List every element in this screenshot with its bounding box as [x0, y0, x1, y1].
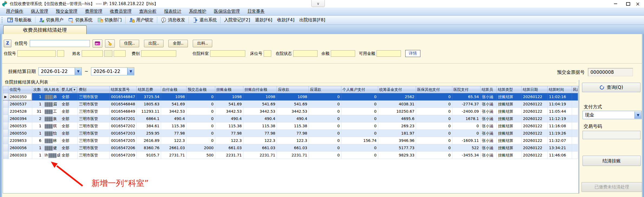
card-reader-button[interactable]: [93, 39, 102, 48]
close-button[interactable]: ×: [632, 0, 644, 8]
menu-item[interactable]: 预交金管理: [52, 9, 81, 14]
menu-item[interactable]: 医保综合管理: [210, 9, 244, 14]
bed-no-field[interactable]: [264, 50, 271, 57]
tab-cashier-settlement[interactable]: 收费员挂账结清处理: [3, 25, 87, 34]
column-header[interactable]: 费别: [78, 86, 110, 93]
column-header[interactable]: 统筹基金支付: [378, 86, 416, 93]
admission-no-input[interactable]: [30, 40, 90, 47]
cell: [572, 130, 578, 137]
minimize-button[interactable]: [610, 0, 622, 8]
table-row[interactable]: 26003942泉全部三明市医管00165472016864.1490.4049…: [3, 115, 578, 122]
table-row[interactable]: 26005371眉全部三明市医管00165468481805.63541.690…: [3, 101, 578, 108]
column-header[interactable]: 病人姓名: [43, 86, 60, 93]
row-selector[interactable]: [3, 152, 8, 159]
column-header[interactable]: 次数: [32, 86, 43, 93]
row-selector[interactable]: [3, 137, 8, 144]
table-row[interactable]: 22098536林全部三明市医管00165472052616.89122.301…: [3, 137, 578, 144]
row-selector[interactable]: [3, 144, 8, 152]
menu-item[interactable]: 日常事务: [244, 9, 269, 14]
balance-field[interactable]: [331, 50, 355, 57]
menu-item[interactable]: 查询分析: [135, 9, 160, 14]
column-header[interactable]: 婴儿姓▼: [60, 86, 78, 93]
name-small-field-2[interactable]: [114, 50, 126, 57]
toolbar-item[interactable]: 导航面板: [5, 16, 34, 24]
row-selector[interactable]: [3, 130, 8, 137]
chevron-down-icon[interactable]: ▼: [75, 68, 81, 75]
menu-item[interactable]: 病人管理: [27, 9, 52, 14]
out-dept-filter-button[interactable]: 出科..: [193, 40, 212, 47]
clear-button[interactable]: [105, 39, 115, 48]
query-button[interactable]: 查询(Q): [582, 83, 640, 92]
inpatient-filter-button[interactable]: 住院..: [120, 40, 139, 47]
toolbar-item[interactable]: 切换部门: [95, 16, 124, 24]
column-header[interactable]: 住院号: [8, 86, 32, 93]
toolbar-item[interactable]: 切换系统: [66, 16, 95, 24]
z-button[interactable]: Z: [4, 40, 11, 47]
menu-item[interactable]: 报表统计: [160, 9, 185, 14]
name-small-field-1[interactable]: [104, 50, 112, 57]
column-header[interactable]: 应收款: [277, 86, 309, 93]
chevron-down-icon[interactable]: ▼: [127, 68, 134, 75]
toolbar-item[interactable]: 退款[F6]: [253, 16, 275, 24]
column-header[interactable]: 民政: [572, 86, 578, 93]
column-header[interactable]: 结算员: [480, 86, 497, 93]
cell: 4038.31: [378, 101, 416, 108]
cell: 弟: [43, 93, 60, 101]
column-header[interactable]: 结算发票号: [110, 86, 137, 93]
toolbar-item[interactable]: 入院登记[F2]: [222, 16, 253, 24]
settle-account-button[interactable]: 结清挂账: [583, 156, 641, 166]
available-amount-field[interactable]: [377, 50, 401, 57]
paid-unsettled-button[interactable]: 已缴费未结清处理: [581, 182, 642, 192]
column-header[interactable]: 应退款: [309, 86, 341, 93]
column-header[interactable]: 挂账金额: [215, 86, 243, 93]
toolbar-item[interactable]: 出院结算[F8]: [297, 16, 328, 24]
toolbar-item[interactable]: 收款[F4]: [275, 16, 297, 24]
fee-type-field[interactable]: [141, 50, 176, 57]
row-selector[interactable]: [3, 108, 8, 115]
column-header[interactable]: 自付金额: [161, 86, 187, 93]
date-to-combo[interactable]: 2026-01-22 ▼: [91, 67, 134, 75]
column-header[interactable]: 预交总金额: [187, 86, 215, 93]
all-filter-button[interactable]: 全部..: [168, 40, 188, 47]
name-field[interactable]: [82, 50, 103, 57]
table-row[interactable]: 26005501怡全部三明市医管0016547203259.9577.98077…: [3, 130, 578, 137]
row-selector[interactable]: [3, 101, 8, 108]
column-header[interactable]: 结算时间: [548, 86, 572, 93]
chevron-down-icon[interactable]: ▼: [635, 112, 641, 119]
menu-item[interactable]: 用户操作: [2, 9, 27, 14]
column-filter-dropdown-icon[interactable]: ▼: [72, 87, 77, 92]
row-selector[interactable]: [3, 122, 8, 130]
column-header[interactable]: [3, 86, 8, 93]
toolbar-item[interactable]: i消息收发: [158, 16, 188, 24]
dept-field[interactable]: [210, 50, 245, 57]
cell: 全部: [60, 115, 78, 122]
table-row[interactable]: 26005351琪全部三明市医管0016547202384.61115.3801…: [3, 122, 578, 130]
column-header[interactable]: 结算日期: [522, 86, 548, 93]
table-row[interactable]: 220452831工全部三明市医管001654684911293.113442.…: [3, 108, 578, 115]
date-from-combo[interactable]: 2026-01-22 ▼: [38, 67, 82, 75]
toolbar-item[interactable]: 退出系统: [190, 16, 219, 24]
detail-button[interactable]: 详情: [405, 50, 420, 57]
toolbar-item[interactable]: 用户锁定: [127, 16, 156, 24]
row-selector[interactable]: ▶: [3, 93, 8, 101]
menu-item[interactable]: 费用管理: [81, 9, 106, 14]
window-chevron-button[interactable]: ∨: [311, 0, 325, 7]
status-field[interactable]: [293, 50, 318, 57]
table-row[interactable]: 26000561健全部三明市医管00165472068360.762661.03…: [3, 144, 578, 152]
column-header[interactable]: 结算类型: [497, 86, 522, 93]
discharged-filter-button[interactable]: 出院..: [144, 40, 164, 47]
pay-method-combo[interactable]: 现金 ▼: [583, 111, 642, 119]
column-header[interactable]: 医保其他支付: [416, 86, 452, 93]
menu-item[interactable]: 系统维护: [185, 9, 210, 14]
toolbar-item[interactable]: 切换用户: [37, 16, 66, 24]
column-header[interactable]: 结算总费: [137, 86, 161, 93]
column-header[interactable]: 挂账自付金额: [243, 86, 277, 93]
row-selector[interactable]: [3, 115, 8, 122]
table-row[interactable]: ▶26003501弟全部三明市医管00165468473725.54109801…: [3, 93, 578, 101]
admission-no-field[interactable]: [17, 50, 56, 57]
admission-no-small-field[interactable]: [57, 50, 64, 57]
menu-item[interactable]: 收费员管理: [106, 9, 135, 14]
transaction-no-input[interactable]: [583, 131, 640, 139]
column-header[interactable]: 医院支付: [452, 86, 480, 93]
column-header[interactable]: 个人账户支付: [341, 86, 378, 93]
